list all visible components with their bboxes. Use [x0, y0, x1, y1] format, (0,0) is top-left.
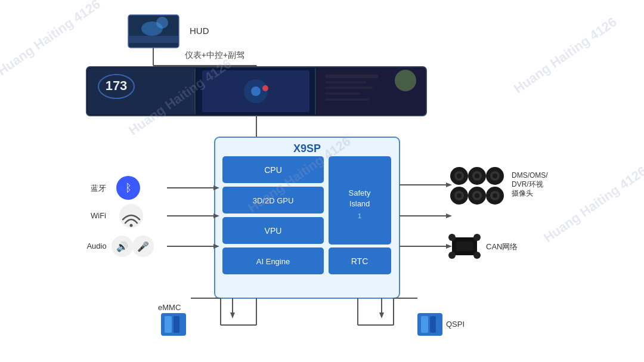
svg-text:173: 173 [106, 78, 128, 93]
svg-rect-109 [430, 316, 436, 333]
svg-text:Island: Island [349, 199, 370, 208]
svg-point-50 [116, 176, 140, 200]
svg-rect-0 [128, 15, 179, 48]
svg-text:🎤: 🎤 [137, 241, 149, 252]
svg-rect-32 [222, 187, 324, 214]
watermark-3: Huang Haiting 4126 [245, 134, 354, 216]
svg-point-75 [493, 174, 497, 178]
svg-point-79 [468, 187, 486, 205]
svg-point-54 [130, 224, 133, 227]
svg-point-71 [472, 171, 482, 181]
svg-point-17 [262, 85, 268, 91]
svg-rect-99 [161, 313, 186, 336]
watermark-4: Huang Haiting 4126 [511, 14, 620, 97]
svg-text:🔊: 🔊 [116, 241, 128, 252]
svg-rect-88 [452, 237, 477, 255]
diagram-svg: HUD 仪表+中控+副驾 173 X9SP [0, 0, 644, 362]
svg-text:X9SP: X9SP [293, 143, 321, 154]
svg-text:ᛒ: ᛒ [125, 182, 132, 194]
svg-text:eMMC: eMMC [158, 303, 181, 312]
svg-marker-62 [446, 182, 452, 187]
svg-point-2 [156, 17, 168, 29]
svg-rect-36 [222, 247, 324, 274]
svg-point-84 [493, 193, 497, 198]
svg-point-1 [141, 21, 163, 36]
svg-rect-22 [325, 86, 373, 89]
svg-text:摄像头: 摄像头 [512, 189, 533, 197]
svg-marker-115 [379, 313, 384, 318]
svg-rect-13 [196, 68, 315, 115]
svg-rect-24 [325, 98, 370, 101]
svg-point-81 [475, 193, 479, 198]
svg-rect-3 [128, 36, 179, 43]
svg-rect-107 [417, 313, 442, 336]
svg-point-83 [490, 191, 500, 200]
svg-point-89 [448, 234, 456, 241]
watermark-2: Huang Haiting 4126 [126, 56, 234, 138]
svg-text:QSPI: QSPI [446, 320, 465, 329]
svg-point-56 [112, 236, 133, 257]
svg-rect-9 [86, 67, 426, 116]
svg-point-76 [450, 187, 468, 205]
svg-rect-20 [325, 75, 379, 78]
svg-text:CPU: CPU [264, 165, 282, 175]
svg-point-70 [468, 167, 486, 185]
svg-point-73 [486, 167, 504, 185]
svg-point-82 [486, 187, 504, 205]
svg-point-78 [457, 193, 462, 198]
svg-text:DMS/OMS/: DMS/OMS/ [512, 171, 548, 180]
svg-point-77 [454, 191, 464, 200]
svg-text:Safety: Safety [349, 188, 371, 197]
svg-rect-100 [165, 316, 172, 333]
svg-rect-11 [98, 75, 134, 98]
svg-marker-45 [213, 185, 219, 190]
svg-point-68 [454, 171, 464, 181]
svg-rect-42 [329, 247, 391, 274]
svg-rect-93 [456, 242, 473, 251]
svg-text:WiFi: WiFi [91, 211, 106, 220]
svg-point-19 [395, 70, 416, 91]
svg-text:蓝牙: 蓝牙 [91, 184, 106, 193]
svg-point-80 [472, 191, 482, 200]
svg-point-15 [244, 79, 268, 103]
svg-rect-34 [222, 217, 324, 244]
svg-point-90 [473, 234, 481, 241]
svg-marker-64 [446, 214, 452, 218]
svg-text:3D/2D GPU: 3D/2D GPU [253, 196, 294, 205]
svg-text:HUD: HUD [190, 26, 209, 36]
watermark-5: Huang Haiting 4126 [541, 163, 644, 246]
svg-rect-18 [317, 68, 425, 115]
svg-rect-108 [421, 316, 428, 333]
svg-text:Audio: Audio [86, 242, 106, 250]
svg-rect-14 [202, 70, 309, 112]
svg-point-92 [473, 252, 481, 259]
svg-rect-23 [325, 92, 361, 95]
svg-point-16 [251, 86, 261, 96]
svg-text:RTC: RTC [351, 256, 369, 266]
svg-text:1: 1 [358, 212, 361, 219]
main-container: Huang Haiting 4126 Huang Haiting 4126 Hu… [0, 0, 644, 362]
svg-marker-113 [230, 313, 235, 318]
svg-point-91 [448, 252, 456, 259]
svg-point-53 [119, 204, 143, 228]
svg-point-58 [132, 236, 154, 257]
svg-rect-28 [215, 137, 400, 298]
svg-rect-101 [174, 316, 179, 333]
svg-point-72 [475, 174, 479, 178]
svg-text:AI Engine: AI Engine [256, 257, 290, 266]
svg-point-67 [450, 167, 468, 185]
svg-marker-66 [446, 244, 452, 249]
svg-text:VPU: VPU [265, 226, 282, 236]
svg-point-69 [457, 174, 462, 178]
watermark-1: Huang Haiting 4126 [0, 0, 103, 79]
svg-text:DVR/环视: DVR/环视 [512, 180, 543, 188]
svg-text:CAN网络: CAN网络 [486, 242, 518, 251]
svg-point-74 [490, 171, 500, 181]
svg-text:仪表+中控+副驾: 仪表+中控+副驾 [185, 50, 244, 60]
svg-rect-30 [222, 156, 324, 183]
svg-rect-21 [325, 81, 367, 83]
svg-rect-38 [329, 156, 391, 245]
svg-rect-10 [88, 68, 195, 115]
svg-marker-49 [213, 244, 219, 249]
svg-marker-47 [213, 214, 219, 218]
